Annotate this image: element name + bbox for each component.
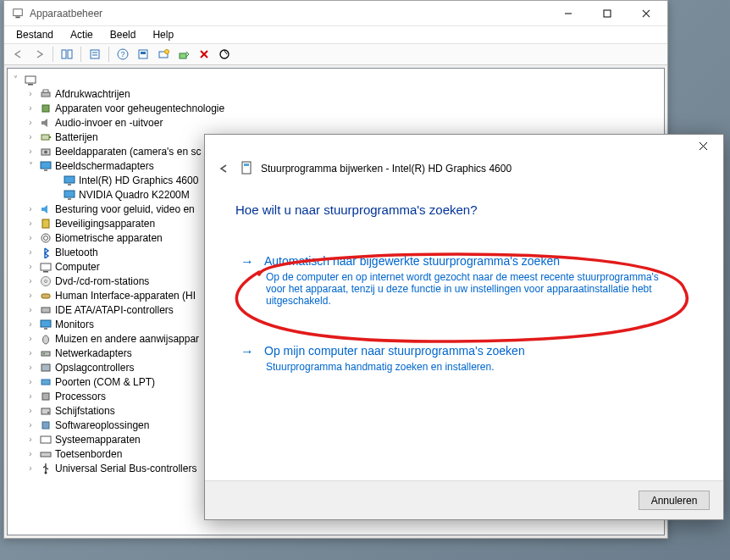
svg-rect-3 [604, 10, 611, 17]
expander-icon[interactable]: › [25, 247, 36, 257]
tree-label: Audio-invoer en -uitvoer [55, 117, 163, 129]
tree-root[interactable]: ˅ [9, 72, 662, 86]
option-browse-computer[interactable]: → Op mijn computer naar stuurprogramma's… [235, 339, 694, 381]
svg-rect-36 [42, 219, 49, 228]
menu-view[interactable]: Beeld [103, 28, 143, 42]
tree-item[interactable]: ›Audio-invoer en -uitvoer [9, 115, 662, 130]
tree-label: Universal Serial Bus-controllers [55, 463, 196, 474]
option-title: Automatisch naar bijgewerkte stuurprogra… [264, 254, 560, 268]
svg-point-47 [43, 335, 49, 344]
tree-item[interactable]: ›Apparaten voor geheugentechnologie [9, 101, 662, 115]
expander-icon[interactable]: › [25, 103, 36, 113]
computer-icon [24, 73, 37, 86]
properties-button[interactable] [86, 45, 104, 64]
tree-label: Monitors [55, 319, 94, 330]
expander-icon[interactable]: › [25, 305, 36, 314]
svg-rect-25 [42, 105, 49, 112]
dialog-close-button[interactable] [686, 136, 720, 155]
close-button[interactable] [627, 1, 666, 25]
mouse-icon [39, 332, 53, 346]
tree-label: NVIDIA Quadro K2200M [79, 189, 190, 201]
keyboard-icon [39, 447, 53, 461]
expander-icon[interactable]: › [25, 204, 36, 213]
disable-button[interactable] [215, 45, 234, 64]
menu-help[interactable]: Help [146, 28, 180, 42]
tree-label: Bluetooth [55, 247, 98, 258]
svg-rect-34 [64, 191, 75, 197]
usb-icon [39, 462, 53, 475]
svg-rect-55 [42, 422, 49, 429]
svg-rect-23 [41, 92, 50, 97]
svg-point-49 [43, 352, 45, 354]
expander-icon[interactable]: ˅ [9, 75, 21, 84]
dialog-title: Stuurprogramma bijwerken - Intel(R) HD G… [261, 163, 512, 175]
menu-action[interactable]: Actie [64, 28, 100, 42]
window-controls [549, 1, 666, 25]
menu-file[interactable]: Bestand [9, 28, 60, 42]
expander-icon[interactable]: › [25, 262, 36, 271]
expander-icon[interactable]: › [25, 334, 36, 343]
camera-icon [39, 145, 53, 158]
uninstall-button[interactable] [195, 45, 213, 64]
svg-rect-7 [68, 50, 72, 58]
toolbar-separator [80, 47, 81, 62]
biometric-icon [39, 231, 53, 245]
maximize-button[interactable] [588, 1, 627, 25]
cpu-icon [39, 390, 53, 403]
expander-icon[interactable]: › [25, 363, 36, 372]
cancel-button[interactable]: Annuleren [639, 491, 710, 510]
help-button[interactable]: ? [113, 45, 132, 64]
monitor-icon [39, 318, 53, 331]
scan-hardware-button[interactable] [154, 45, 173, 64]
update-driver-button[interactable] [174, 45, 193, 64]
audio-icon [39, 202, 53, 216]
expander-icon[interactable]: › [25, 391, 36, 401]
expander-icon[interactable]: › [25, 348, 36, 358]
svg-rect-39 [41, 263, 51, 270]
dialog-titlebar[interactable] [205, 135, 723, 157]
expander-icon[interactable]: › [25, 319, 36, 329]
disc-icon [39, 274, 53, 288]
expander-icon[interactable]: › [25, 435, 36, 444]
svg-rect-52 [42, 393, 49, 400]
expander-icon[interactable]: › [25, 406, 36, 415]
expander-icon[interactable]: › [25, 276, 36, 286]
expander-icon[interactable]: › [25, 233, 36, 242]
svg-rect-43 [41, 294, 50, 298]
expander-icon[interactable]: ˅ [25, 161, 36, 170]
expander-icon[interactable]: › [25, 147, 36, 156]
tree-item[interactable]: ›Afdrukwachtrijen [9, 86, 662, 101]
expander-icon[interactable]: › [25, 89, 36, 98]
svg-rect-45 [41, 320, 51, 327]
svg-rect-17 [180, 53, 186, 58]
svg-rect-53 [41, 408, 50, 414]
dialog-back-button[interactable] [215, 160, 232, 177]
expander-icon[interactable]: › [25, 118, 36, 127]
expander-icon[interactable]: › [25, 377, 36, 386]
show-hide-tree-button[interactable] [58, 45, 76, 64]
expander-icon[interactable]: › [25, 420, 36, 430]
svg-rect-8 [91, 50, 99, 58]
svg-rect-22 [28, 84, 33, 86]
minimize-button[interactable] [549, 1, 588, 25]
back-button[interactable] [9, 45, 28, 64]
option-search-automatically[interactable]: → Automatisch naar bijgewerkte stuurprog… [235, 249, 694, 315]
expander-icon[interactable]: › [25, 219, 36, 228]
svg-rect-0 [14, 8, 23, 15]
expander-icon[interactable]: › [25, 132, 36, 141]
battery-icon [39, 130, 53, 144]
svg-point-16 [165, 50, 169, 54]
security-icon [39, 217, 53, 230]
network-icon [39, 347, 53, 360]
svg-point-54 [47, 412, 49, 413]
disk-icon [39, 404, 53, 418]
expander-icon[interactable]: › [25, 449, 36, 458]
expander-icon[interactable]: › [25, 463, 36, 473]
forward-button[interactable] [30, 45, 48, 64]
update-driver-dialog: Stuurprogramma bijwerken - Intel(R) HD G… [204, 134, 724, 520]
expander-icon[interactable]: › [25, 291, 36, 300]
software-icon [39, 419, 53, 432]
svg-rect-1 [15, 16, 19, 18]
titlebar[interactable]: Apparaatbeheer [4, 1, 667, 26]
action-button[interactable] [134, 45, 152, 64]
